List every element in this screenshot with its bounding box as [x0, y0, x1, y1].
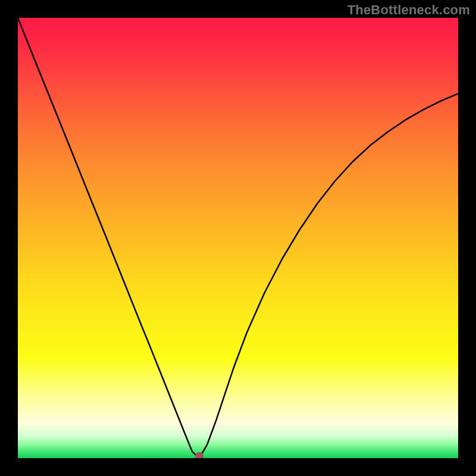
plot-area [18, 18, 458, 458]
curve-svg [18, 18, 458, 458]
watermark-text: TheBottleneck.com [347, 2, 470, 18]
chart-frame: TheBottleneck.com [0, 0, 476, 476]
bottleneck-curve [18, 18, 458, 458]
